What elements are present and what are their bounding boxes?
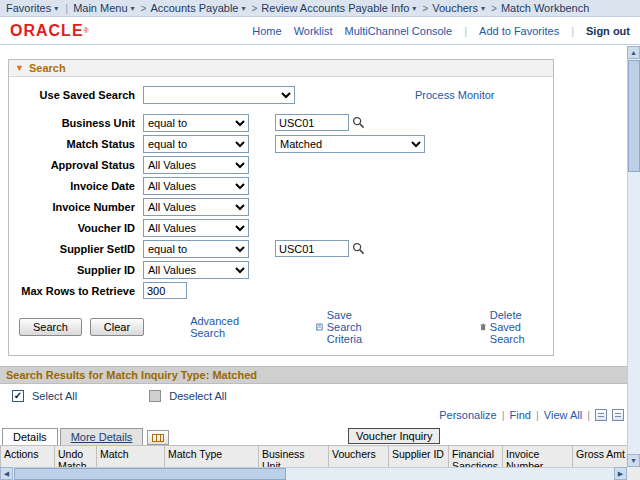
chevron-down-icon: ▾: [481, 4, 485, 13]
home-link[interactable]: Home: [252, 25, 281, 37]
favorites-menu[interactable]: Favorites: [6, 2, 51, 14]
invoice-date-label: Invoice Date: [13, 180, 135, 192]
breadcrumb: Favorites▾ | Main Menu▾ > Accounts Payab…: [0, 0, 640, 17]
separator: |: [65, 2, 68, 14]
business-unit-input[interactable]: [275, 114, 349, 131]
separator: |: [536, 409, 539, 421]
sign-out-link[interactable]: Sign out: [586, 25, 630, 37]
chevron-down-icon: ▾: [241, 4, 245, 13]
search-button[interactable]: Search: [19, 318, 82, 336]
oracle-logo: ORACLE: [10, 22, 84, 40]
form-row-match-status: Match Status equal to Matched: [13, 134, 549, 153]
horizontal-scrollbar-thumb[interactable]: [14, 468, 286, 480]
search-section-title: Search: [29, 62, 66, 74]
separator: |: [587, 409, 590, 421]
vertical-scrollbar-thumb[interactable]: [628, 60, 640, 172]
horizontal-scrollbar[interactable]: ◀ ▶: [0, 467, 627, 480]
scroll-down-icon[interactable]: ▼: [627, 454, 640, 467]
view-all-link[interactable]: View All: [544, 409, 582, 421]
breadcrumb-match-workbench[interactable]: Match Workbench: [501, 2, 589, 14]
breadcrumb-separator: >: [141, 3, 147, 14]
max-rows-input[interactable]: [143, 282, 187, 299]
add-to-favorites-link[interactable]: Add to Favorites: [479, 25, 559, 37]
supplier-setid-label: Supplier SetID: [13, 243, 135, 255]
business-unit-lookup-icon[interactable]: [352, 116, 365, 129]
match-status-value-select[interactable]: Matched: [275, 135, 425, 153]
scroll-left-icon[interactable]: ◀: [0, 467, 13, 480]
chevron-down-icon: ▾: [54, 4, 58, 13]
form-row-max-rows: Max Rows to Retrieve: [13, 281, 549, 300]
scroll-up-icon[interactable]: ▲: [627, 46, 640, 59]
supplier-setid-lookup-icon[interactable]: [352, 242, 365, 255]
grid-toolbar: Personalize | Find | View All |: [0, 407, 628, 424]
personalize-link[interactable]: Personalize: [439, 409, 496, 421]
zoom-grid-icon[interactable]: [612, 409, 624, 421]
breadcrumb-review-ap-info[interactable]: Review Accounts Payable Info: [261, 2, 409, 14]
breadcrumb-separator: >: [251, 3, 257, 14]
use-saved-search-label: Use Saved Search: [13, 89, 135, 101]
chevron-down-icon: ▾: [131, 4, 135, 13]
breadcrumb-separator: >: [491, 3, 497, 14]
trash-icon: [480, 321, 486, 333]
invoice-date-select[interactable]: All Values: [143, 177, 249, 195]
download-grid-icon[interactable]: [595, 409, 607, 421]
form-row-business-unit: Business Unit equal to: [13, 113, 549, 132]
save-search-criteria-link[interactable]: Save Search Criteria: [327, 309, 385, 345]
save-search-criteria[interactable]: Save Search Criteria: [316, 309, 385, 345]
match-status-operator-select[interactable]: equal to: [143, 135, 249, 153]
max-rows-label: Max Rows to Retrieve: [13, 285, 135, 297]
breadcrumb-separator: >: [422, 3, 428, 14]
process-monitor-link[interactable]: Process Monitor: [415, 89, 494, 101]
worklist-link[interactable]: Worklist: [294, 25, 333, 37]
separator: |: [502, 409, 505, 421]
search-section: ▼ Search Use Saved Search Process Monito…: [8, 59, 554, 356]
search-actions-row: Search Clear Advanced Search Save Search…: [19, 309, 549, 345]
grid-tabs: Details More Details: [2, 426, 640, 445]
voucher-id-select[interactable]: All Values: [143, 219, 249, 237]
separator: |: [464, 25, 467, 37]
voucher-id-label: Voucher ID: [13, 222, 135, 234]
check-icon: ✓: [14, 391, 22, 401]
save-icon: [316, 321, 323, 333]
show-all-columns-button[interactable]: [147, 430, 169, 445]
form-row-invoice-date: Invoice Date All Values: [13, 176, 549, 195]
deselect-all-label[interactable]: Deselect All: [169, 390, 226, 402]
approval-status-select[interactable]: All Values: [143, 156, 249, 174]
header-links: Home Worklist MultiChannel Console | Add…: [252, 25, 630, 37]
scroll-right-icon[interactable]: ▶: [614, 467, 627, 480]
form-row-use-saved-search: Use Saved Search Process Monitor: [13, 85, 549, 104]
approval-status-label: Approval Status: [13, 159, 135, 171]
supplier-id-select[interactable]: All Values: [143, 261, 249, 279]
use-saved-search-select[interactable]: [143, 86, 295, 104]
business-unit-operator-select[interactable]: equal to: [143, 114, 249, 132]
business-unit-label: Business Unit: [13, 117, 135, 129]
advanced-search-link[interactable]: Advanced Search: [190, 315, 241, 339]
supplier-setid-input[interactable]: [275, 240, 349, 257]
page-header: ORACLE® Home Worklist MultiChannel Conso…: [0, 17, 640, 45]
invoice-number-label: Invoice Number: [13, 201, 135, 213]
form-row-supplier-setid: Supplier SetID equal to: [13, 239, 549, 258]
tab-more-details[interactable]: More Details: [60, 428, 144, 445]
form-row-supplier-id: Supplier ID All Values: [13, 260, 549, 279]
breadcrumb-accounts-payable[interactable]: Accounts Payable: [150, 2, 238, 14]
main-menu[interactable]: Main Menu: [73, 2, 127, 14]
multichannel-console-link[interactable]: MultiChannel Console: [345, 25, 453, 37]
select-controls-top: ✓ Select All Deselect All: [0, 384, 628, 407]
find-link[interactable]: Find: [510, 409, 531, 421]
invoice-number-select[interactable]: All Values: [143, 198, 249, 216]
form-row-voucher-id: Voucher ID All Values: [13, 218, 549, 237]
tab-details[interactable]: Details: [2, 428, 58, 445]
deselect-all-checkbox[interactable]: [149, 390, 161, 402]
vertical-scrollbar[interactable]: ▲ ▼: [627, 46, 640, 467]
form-row-approval-status: Approval Status All Values: [13, 155, 549, 174]
supplier-setid-operator-select[interactable]: equal to: [143, 240, 249, 258]
select-all-checkbox[interactable]: ✓: [12, 390, 24, 402]
collapse-section-icon[interactable]: ▼: [15, 63, 24, 73]
chevron-down-icon: ▾: [412, 4, 416, 13]
breadcrumb-vouchers[interactable]: Vouchers: [432, 2, 478, 14]
clear-button[interactable]: Clear: [90, 318, 144, 336]
grid-icon: [152, 434, 164, 442]
select-all-label[interactable]: Select All: [32, 390, 77, 402]
delete-saved-search[interactable]: Delete Saved Search: [480, 309, 549, 345]
delete-saved-search-link[interactable]: Delete Saved Search: [490, 309, 549, 345]
